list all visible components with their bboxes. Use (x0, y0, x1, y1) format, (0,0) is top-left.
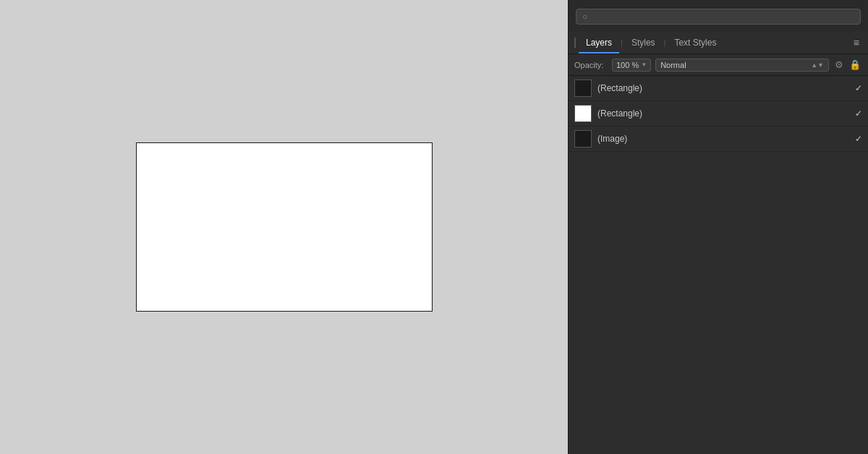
tab-styles[interactable]: Styles (624, 32, 663, 53)
lock-icon[interactable]: 🔒 (848, 58, 862, 72)
blend-mode-select[interactable]: Normal ▲▼ (655, 59, 829, 72)
layer-item-1[interactable]: (Rectangle) ✓ (569, 101, 868, 127)
layers-list[interactable]: (Rectangle) ✓ (Rectangle) ✓ (Image) ✓ (569, 76, 868, 454)
canvas-frame (136, 142, 433, 312)
tab-separator-1: | (619, 33, 624, 53)
tabs-menu-icon[interactable]: ≡ (851, 34, 862, 51)
search-input[interactable] (591, 12, 854, 22)
layer-visible-1[interactable]: ✓ (855, 108, 862, 119)
layer-visible-0[interactable]: ✓ (855, 83, 862, 93)
layer-thumbnail-1 (574, 105, 592, 122)
tab-layers[interactable]: Layers (579, 32, 619, 53)
tab-text-styles[interactable]: Text Styles (667, 32, 723, 53)
tabs-left: Layers | Styles | Text Styles (574, 32, 723, 53)
layer-name-2: (Image) (597, 134, 849, 144)
settings-icon[interactable]: ⚙ (833, 58, 845, 72)
layer-visible-2[interactable]: ✓ (855, 134, 862, 144)
blend-mode-value: Normal (660, 61, 686, 69)
layer-name-0: (Rectangle) (597, 83, 849, 93)
panel-divider (574, 38, 576, 48)
opacity-number: 100 % (616, 61, 639, 69)
opacity-value[interactable]: 100 % ▼ (612, 59, 651, 72)
layer-thumbnail-0 (574, 80, 592, 97)
layer-thumbnail-2 (574, 130, 592, 147)
tab-separator-2: | (663, 33, 668, 53)
canvas-area (0, 0, 568, 454)
right-panel: ○ Layers | Styles | Text Styles ≡ Opacit… (568, 0, 868, 454)
search-bar[interactable]: ○ (576, 9, 861, 25)
layer-item-0[interactable]: (Rectangle) ✓ (569, 76, 868, 101)
layer-item-2[interactable]: (Image) ✓ (569, 127, 868, 152)
opacity-dropdown-arrow: ▼ (641, 61, 647, 68)
opacity-label: Opacity: (574, 61, 608, 69)
layer-name-1: (Rectangle) (597, 108, 849, 119)
blend-dropdown-arrow: ▲▼ (811, 61, 824, 69)
panel-top: ○ (569, 0, 868, 32)
opacity-icons: ⚙ 🔒 (833, 58, 862, 72)
tabs-row: Layers | Styles | Text Styles ≡ (569, 32, 868, 54)
opacity-row: Opacity: 100 % ▼ Normal ▲▼ ⚙ 🔒 (569, 54, 868, 76)
search-icon: ○ (582, 12, 587, 22)
